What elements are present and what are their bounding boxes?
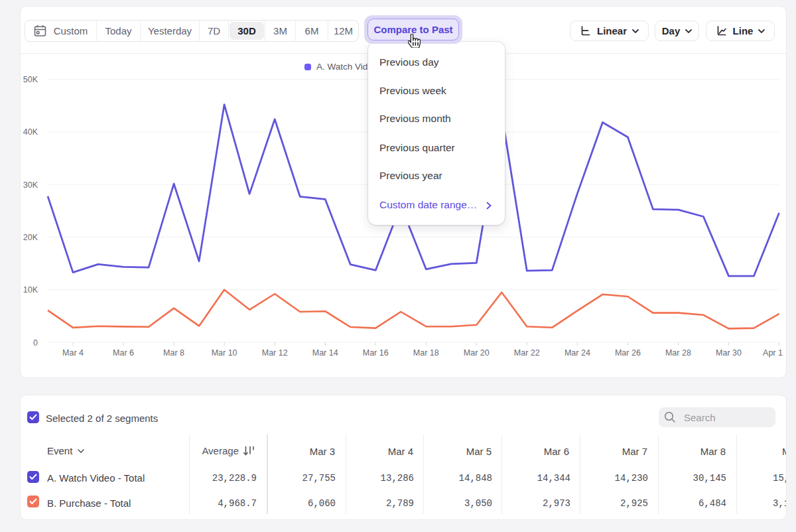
- svg-text:50K: 50K: [23, 75, 38, 84]
- svg-text:30K: 30K: [23, 180, 38, 190]
- svg-text:Mar 18: Mar 18: [413, 348, 439, 358]
- svg-text:Mar 10: Mar 10: [212, 348, 237, 358]
- svg-text:Apr 1: Apr 1: [763, 348, 783, 358]
- svg-text:Mar 16: Mar 16: [363, 348, 389, 358]
- svg-text:Mar 4: Mar 4: [62, 348, 84, 358]
- svg-text:10K: 10K: [23, 285, 38, 295]
- svg-text:Mar 28: Mar 28: [665, 348, 691, 358]
- svg-text:Mar 26: Mar 26: [615, 348, 641, 358]
- svg-text:40K: 40K: [23, 127, 38, 137]
- svg-text:Mar 22: Mar 22: [514, 348, 540, 358]
- svg-text:Mar 8: Mar 8: [163, 348, 184, 358]
- svg-text:Mar 6: Mar 6: [113, 348, 134, 358]
- svg-text:Mar 24: Mar 24: [564, 348, 590, 358]
- svg-text:Mar 12: Mar 12: [262, 348, 288, 358]
- svg-text:Mar 20: Mar 20: [464, 348, 490, 358]
- svg-text:Mar 30: Mar 30: [716, 348, 742, 358]
- svg-text:20K: 20K: [23, 233, 38, 242]
- svg-text:Mar 14: Mar 14: [312, 348, 338, 358]
- svg-text:0: 0: [33, 338, 38, 348]
